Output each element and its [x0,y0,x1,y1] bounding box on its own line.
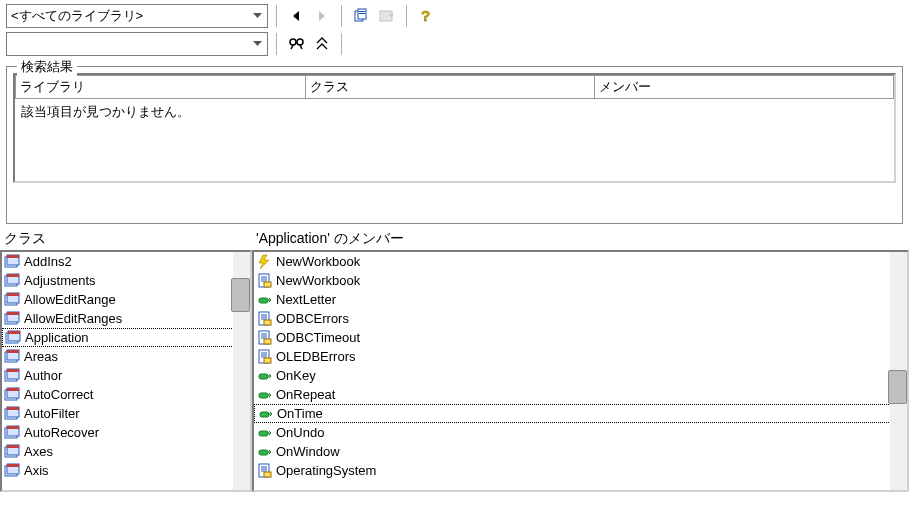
members-list[interactable]: NewWorkbookNewWorkbookNextLetterODBCErro… [254,252,907,490]
svg-text:?: ? [421,8,430,24]
list-item[interactable]: Application [2,328,250,347]
nav-forward-button[interactable] [311,5,333,27]
list-item[interactable]: OnUndo [254,423,907,442]
list-item-label: NewWorkbook [276,254,360,269]
list-item[interactable]: ODBCErrors [254,309,907,328]
list-item[interactable]: NextLetter [254,290,907,309]
list-item[interactable]: Adjustments [2,271,250,290]
class-icon [4,406,20,422]
list-item-label: AutoRecover [24,425,99,440]
list-item[interactable]: AddIns2 [2,252,250,271]
list-item[interactable]: OLEDBErrors [254,347,907,366]
svg-rect-42 [7,445,19,448]
list-item[interactable]: OnTime [254,404,907,423]
combo-value: <すべてのライブラリ> [11,7,249,25]
library-combo[interactable]: <すべてのライブラリ> [6,4,268,28]
scrollbar-thumb[interactable] [888,370,907,404]
scrollbar[interactable] [233,252,250,490]
svg-rect-4 [380,11,392,21]
class-icon [5,330,21,346]
col-library[interactable]: ライブラリ [16,76,306,99]
show-definition-button[interactable] [376,5,398,27]
list-item-label: OnUndo [276,425,324,440]
svg-rect-67 [259,374,268,379]
svg-rect-3 [359,13,365,14]
scrollbar[interactable] [890,252,907,490]
svg-line-8 [291,45,293,49]
class-icon [4,444,20,460]
search-button[interactable] [285,33,307,55]
list-item-label: NewWorkbook [276,273,360,288]
list-item[interactable]: NewWorkbook [254,252,907,271]
list-item[interactable]: OnWindow [254,442,907,461]
method-icon [257,406,273,422]
toolbar-row-1: <すべてのライブラリ> ? [0,0,909,30]
list-item-label: Areas [24,349,58,364]
nav-back-button[interactable] [285,5,307,27]
svg-rect-33 [7,388,19,391]
svg-rect-18 [7,293,19,296]
list-item[interactable]: Author [2,366,250,385]
class-icon [4,292,20,308]
list-item-label: Adjustments [24,273,96,288]
list-item[interactable]: Areas [2,347,250,366]
search-results-legend: 検索結果 [17,58,77,76]
list-item-label: OnTime [277,406,323,421]
list-item[interactable]: AllowEditRange [2,290,250,309]
method-icon [256,425,272,441]
list-item[interactable]: Axis [2,461,250,480]
members-pane: 'Application' のメンバー NewWorkbookNewWorkbo… [252,228,909,492]
list-item[interactable]: OperatingSystem [254,461,907,480]
list-item[interactable]: AllowEditRanges [2,309,250,328]
method-icon [256,368,272,384]
svg-rect-30 [7,369,19,372]
collapse-search-button[interactable] [311,33,333,55]
list-item[interactable]: OnRepeat [254,385,907,404]
list-item[interactable]: Axes [2,442,250,461]
separator [276,5,277,27]
list-item[interactable]: AutoCorrect [2,385,250,404]
svg-rect-27 [7,350,19,353]
event-icon [256,254,272,270]
list-item[interactable]: NewWorkbook [254,271,907,290]
svg-point-6 [290,39,296,45]
svg-rect-36 [7,407,19,410]
search-empty-message: 該当項目が見つかりません。 [15,99,894,181]
list-item[interactable]: AutoFilter [2,404,250,423]
search-results-header: ライブラリ クラス メンバー [15,75,894,99]
col-member[interactable]: メンバー [595,76,894,99]
classes-list[interactable]: AddIns2AdjustmentsAllowEditRangeAllowEdi… [2,252,250,490]
list-item-label: OnWindow [276,444,340,459]
svg-rect-24 [8,331,20,334]
list-item-label: Author [24,368,62,383]
svg-rect-76 [264,472,271,477]
members-title: 'Application' のメンバー [252,228,909,250]
svg-rect-0 [355,11,363,21]
list-item[interactable]: ODBCTimeout [254,328,907,347]
list-item[interactable]: OnKey [254,366,907,385]
toolbar-row-2 [0,30,909,62]
help-button[interactable]: ? [415,5,437,27]
class-icon [4,273,20,289]
svg-rect-1 [358,9,366,19]
list-item-label: ODBCErrors [276,311,349,326]
scrollbar-thumb[interactable] [231,278,250,312]
list-item-label: AllowEditRanges [24,311,122,326]
svg-point-7 [297,39,303,45]
col-class[interactable]: クラス [305,76,595,99]
search-results-frame: ライブラリ クラス メンバー 該当項目が見つかりません。 [13,73,896,183]
svg-rect-68 [259,393,268,398]
class-icon [4,425,20,441]
svg-line-9 [300,45,302,49]
search-combo[interactable] [6,32,268,56]
svg-rect-21 [7,312,19,315]
list-item-label: AddIns2 [24,254,72,269]
prop-icon [256,463,272,479]
list-item-label: OperatingSystem [276,463,376,478]
svg-rect-66 [264,358,271,363]
list-item-label: OnKey [276,368,316,383]
list-item[interactable]: AutoRecover [2,423,250,442]
copy-button[interactable] [350,5,372,27]
list-item-label: Axes [24,444,53,459]
class-icon [4,311,20,327]
